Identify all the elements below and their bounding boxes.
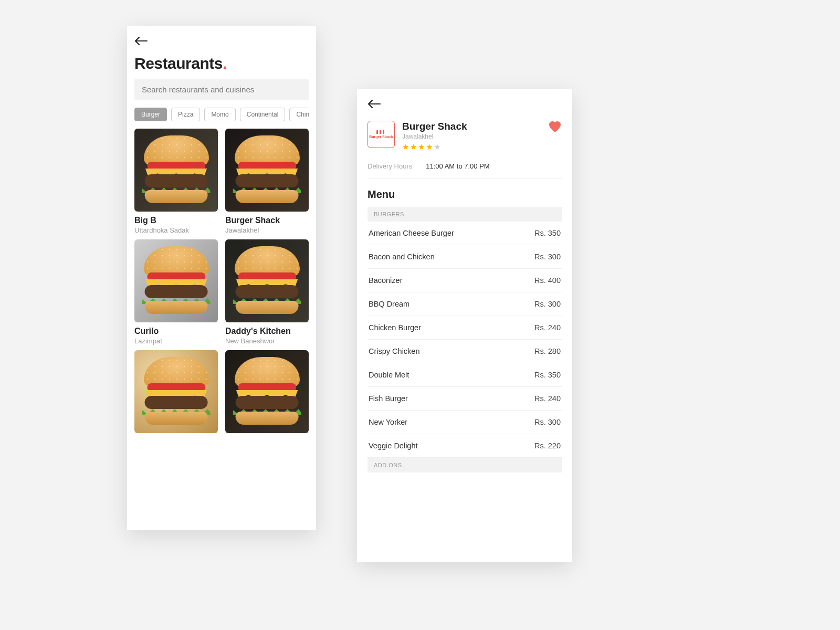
- menu-item-name: Chicken Burger: [369, 323, 421, 332]
- star-icon: ★: [402, 142, 410, 151]
- restaurant-card[interactable]: Burger ShackJawalakhel: [225, 129, 309, 234]
- restaurant-thumb: [134, 350, 218, 433]
- menu-item-name: Double Melt: [369, 371, 409, 379]
- star-icon: ★: [418, 142, 426, 151]
- menu-item[interactable]: New YorkerRs. 300: [368, 411, 562, 434]
- restaurant-card-name: Big B: [134, 216, 218, 225]
- restaurant-card-name: Daddy's Kitchen: [225, 327, 309, 336]
- star-icon: ★: [410, 142, 418, 151]
- restaurant-card[interactable]: [134, 350, 218, 437]
- menu-item[interactable]: Fish BurgerRs. 240: [368, 387, 562, 411]
- menu-section-header: BURGERS: [368, 207, 562, 222]
- menu-item-price: Rs. 350: [534, 229, 561, 237]
- restaurant-logo: Burger Shack: [368, 121, 395, 148]
- menu-item-price: Rs. 240: [534, 394, 561, 403]
- restaurant-card-name: Curilo: [134, 327, 218, 336]
- restaurant-card-sub: New Baneshwor: [225, 337, 309, 345]
- menu-item-name: American Cheese Burger: [369, 229, 454, 237]
- restaurant-card-sub: Lazimpat: [134, 337, 218, 345]
- menu-item-price: Rs. 300: [534, 300, 561, 308]
- restaurant-card[interactable]: CuriloLazimpat: [134, 239, 218, 345]
- menu-item-name: Veggie Delight: [369, 442, 418, 450]
- category-chip[interactable]: Burger: [134, 108, 167, 121]
- category-chip[interactable]: Chinese: [289, 108, 309, 121]
- restaurant-header: Burger Shack Burger Shack Jawalakhel ★★★…: [368, 121, 562, 152]
- menu-item-price: Rs. 350: [534, 371, 561, 379]
- title-dot-icon: .: [223, 55, 227, 72]
- menu-item-price: Rs. 240: [534, 323, 561, 332]
- delivery-hours-label: Delivery Hours: [368, 162, 412, 170]
- restaurant-card[interactable]: Big BUttardhoka Sadak: [134, 129, 218, 234]
- menu-item-name: Crispy Chicken: [369, 347, 420, 355]
- page-title: Restaurants.: [134, 55, 309, 72]
- menu-item[interactable]: Chicken BurgerRs. 240: [368, 316, 562, 340]
- menu-item-name: Baconizer: [369, 276, 402, 285]
- menu-item-price: Rs. 400: [534, 276, 561, 285]
- restaurant-card-name: Burger Shack: [225, 216, 309, 225]
- menu-item-name: Fish Burger: [369, 394, 408, 403]
- page-title-text: Restaurants: [134, 55, 223, 72]
- menu-item[interactable]: American Cheese BurgerRs. 350: [368, 222, 562, 245]
- menu-item[interactable]: BBQ DreamRs. 300: [368, 292, 562, 316]
- menu-item[interactable]: BaconizerRs. 400: [368, 269, 562, 292]
- menu-heading: Menu: [368, 188, 562, 201]
- restaurant-thumb: [225, 129, 309, 212]
- restaurant-thumb: [225, 350, 309, 433]
- restaurant-name: Burger Shack: [402, 121, 541, 132]
- rating-stars: ★★★★★: [402, 142, 541, 152]
- menu-item-price: Rs. 300: [534, 418, 561, 426]
- star-icon: ★: [434, 142, 442, 151]
- restaurant-thumb: [134, 129, 218, 212]
- menu-item-name: New Yorker: [369, 418, 407, 426]
- category-chip[interactable]: Continental: [240, 108, 286, 121]
- menu-item-name: Bacon and Chicken: [369, 253, 435, 261]
- category-chip[interactable]: Momo: [204, 108, 235, 121]
- restaurant-thumb: [225, 239, 309, 322]
- restaurant-card-sub: Uttardhoka Sadak: [134, 226, 218, 234]
- menu-list: BURGERSAmerican Cheese BurgerRs. 350Baco…: [368, 207, 562, 472]
- delivery-hours-value: 11:00 AM to 7:00 PM: [426, 162, 489, 170]
- menu-item[interactable]: Double MeltRs. 350: [368, 363, 562, 387]
- restaurant-info: Burger Shack Jawalakhel ★★★★★: [402, 121, 541, 152]
- search-input[interactable]: [134, 79, 309, 100]
- category-chips: BurgerPizzaMomoContinentalChinese: [134, 108, 309, 121]
- restaurant-card-sub: Jawalakhel: [225, 226, 309, 234]
- menu-item-price: Rs. 280: [534, 347, 561, 355]
- logo-roof-icon: [376, 130, 386, 134]
- logo-text: Burger Shack: [369, 135, 393, 139]
- menu-item[interactable]: Bacon and ChickenRs. 300: [368, 245, 562, 269]
- menu-item-price: Rs. 220: [534, 442, 561, 450]
- star-icon: ★: [426, 142, 434, 151]
- restaurant-location: Jawalakhel: [402, 133, 541, 140]
- restaurant-card[interactable]: [225, 350, 309, 437]
- restaurant-detail-screen: Burger Shack Burger Shack Jawalakhel ★★★…: [357, 89, 572, 562]
- delivery-hours-row: Delivery Hours 11:00 AM to 7:00 PM: [368, 162, 562, 179]
- menu-item-price: Rs. 300: [534, 253, 561, 261]
- favorite-heart-icon[interactable]: [548, 121, 562, 137]
- restaurant-grid: Big BUttardhoka SadakBurger ShackJawalak…: [134, 129, 309, 437]
- back-arrow-icon[interactable]: [368, 99, 381, 110]
- menu-item-name: BBQ Dream: [369, 300, 410, 308]
- restaurant-thumb: [134, 239, 218, 322]
- menu-section-header: ADD ONS: [368, 458, 562, 472]
- category-chip[interactable]: Pizza: [171, 108, 200, 121]
- restaurant-card[interactable]: Daddy's KitchenNew Baneshwor: [225, 239, 309, 345]
- restaurants-screen: Restaurants. BurgerPizzaMomoContinentalC…: [127, 26, 316, 530]
- menu-item[interactable]: Veggie DelightRs. 220: [368, 434, 562, 458]
- menu-item[interactable]: Crispy ChickenRs. 280: [368, 340, 562, 363]
- back-arrow-icon[interactable]: [134, 36, 148, 47]
